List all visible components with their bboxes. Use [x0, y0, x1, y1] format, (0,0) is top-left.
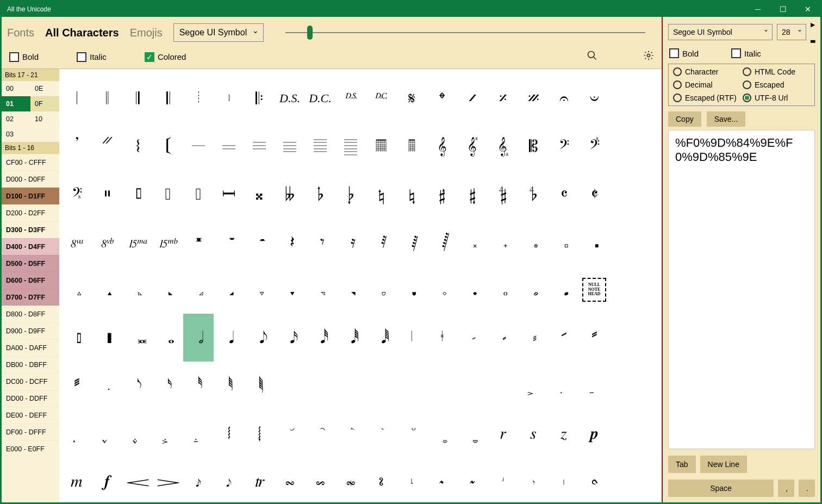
- range-item[interactable]: D600 - D6FF: [2, 272, 59, 289]
- space-insert-button[interactable]: Space: [668, 480, 774, 497]
- char-cell[interactable]: 𝆍: [518, 409, 549, 457]
- char-cell[interactable]: 𝅐: [305, 266, 335, 314]
- char-cell[interactable]: 𝆅: [275, 409, 305, 457]
- char-cell[interactable]: 𝅍: [214, 266, 244, 314]
- char-cell[interactable]: 𝄝: [396, 122, 427, 170]
- char-cell[interactable]: 𝄍: [457, 74, 488, 122]
- char-cell[interactable]: 𝄲: [488, 170, 518, 218]
- char-cell[interactable]: 𝅥: [396, 314, 427, 362]
- char-cell[interactable]: 𝄔: [122, 122, 153, 170]
- char-cell[interactable]: 𝅘𝅥𝅯: [275, 314, 305, 362]
- close-button[interactable]: ✕: [795, 2, 820, 17]
- range-item[interactable]: E000 - E0FF: [2, 440, 59, 457]
- char-cell[interactable]: 𝅾: [61, 409, 92, 457]
- char-cell[interactable]: 𝄟: [457, 122, 488, 170]
- char-cell[interactable]: 𝅛: [92, 314, 122, 362]
- char-cell[interactable]: 𝄽: [275, 218, 305, 266]
- char-cell[interactable]: 𝄖: [183, 122, 214, 170]
- char-cell[interactable]: 𝄉: [335, 74, 366, 122]
- char-cell[interactable]: 𝆏: [579, 409, 609, 457]
- char-cell[interactable]: 𝅋: [153, 266, 183, 314]
- char-cell[interactable]: 𝅿: [92, 409, 122, 457]
- char-cell[interactable]: 𝅇: [579, 218, 609, 266]
- char-cell[interactable]: 𝅜: [122, 314, 153, 362]
- char-cell[interactable]: 𝅰: [183, 362, 214, 409]
- char-cell[interactable]: 𝄃: [153, 74, 183, 122]
- range-item[interactable]: D500 - D5FF: [2, 255, 59, 272]
- char-cell[interactable]: 𝅄: [488, 218, 518, 266]
- char-cell[interactable]: 𝅬: [61, 362, 92, 409]
- char-cell[interactable]: 𝅶: [366, 362, 396, 409]
- char-cell[interactable]: 𝅘𝅥𝅰: [305, 314, 335, 362]
- char-cell[interactable]: 𝅘𝅥𝅲: [366, 314, 396, 362]
- char-cell[interactable]: 𝆌: [488, 409, 518, 457]
- char-cell[interactable]: 𝅒: [366, 266, 396, 314]
- char-cell[interactable]: 𝄆: [244, 74, 275, 122]
- char-cell[interactable]: 𝆐: [61, 457, 92, 502]
- char-cell[interactable]: 𝅓: [396, 266, 427, 314]
- char-cell[interactable]: 𝅅: [518, 218, 549, 266]
- radio-escaped-rtf[interactable]: Escaped (RTF): [673, 94, 740, 102]
- char-cell[interactable]: 𝅚: [61, 314, 92, 362]
- char-cell[interactable]: 𝄐: [549, 74, 579, 122]
- detail-italic-checkbox[interactable]: Italic: [731, 48, 761, 58]
- char-cell[interactable]: 𝆜: [427, 457, 457, 502]
- char-cell[interactable]: 𝄤: [61, 170, 92, 218]
- char-cell[interactable]: 𝆒: [122, 457, 153, 502]
- char-cell[interactable]: 𝄶: [61, 218, 92, 266]
- char-cell[interactable]: 𝄸: [122, 218, 153, 266]
- char-cell[interactable]: 𝅮: [122, 362, 153, 409]
- char-cell[interactable]: 𝄜: [366, 122, 396, 170]
- bits-row[interactable]: 010F: [2, 96, 59, 111]
- range-item[interactable]: D900 - D9FF: [2, 322, 59, 339]
- char-cell[interactable]: 𝅭: [92, 362, 122, 409]
- char-cell[interactable]: 𝅘𝅥: [214, 314, 244, 362]
- char-cell[interactable]: 𝄭: [335, 170, 366, 218]
- char-cell[interactable]: 𝅕: [457, 266, 488, 314]
- char-cell[interactable]: 𝆙: [335, 457, 366, 502]
- char-cell[interactable]: D.S.: [275, 74, 305, 122]
- detail-bold-checkbox[interactable]: Bold: [669, 48, 699, 58]
- char-cell[interactable]: 𝄿: [335, 218, 366, 266]
- char-cell[interactable]: 𝆄: [244, 409, 275, 457]
- zoom-slider[interactable]: [285, 32, 645, 33]
- char-cell[interactable]: 𝆞: [488, 457, 518, 502]
- char-cell[interactable]: 𝄣: [579, 122, 609, 170]
- char-cell[interactable]: 𝅑: [335, 266, 366, 314]
- char-cell[interactable]: 𝅏: [275, 266, 305, 314]
- char-cell[interactable]: 𝆎: [549, 409, 579, 457]
- bits-row[interactable]: 000E: [2, 81, 59, 96]
- char-cell[interactable]: 𝆈: [366, 409, 396, 457]
- char-cell[interactable]: 𝄩: [214, 170, 244, 218]
- char-cell[interactable]: 𝆑: [92, 457, 122, 502]
- char-cell[interactable]: 𝄮: [366, 170, 396, 218]
- char-cell[interactable]: 𝅊: [122, 266, 153, 314]
- char-cell[interactable]: 𝅎: [244, 266, 275, 314]
- char-cell[interactable]: 𝄁: [92, 74, 122, 122]
- output-textarea[interactable]: %F0%9D%84%9E%F0%9D%85%9E: [668, 130, 815, 449]
- colored-checkbox[interactable]: ✓ Colored: [145, 52, 186, 62]
- char-cell[interactable]: 𝄪: [244, 170, 275, 218]
- char-cell[interactable]: 𝅌: [183, 266, 214, 314]
- char-cell[interactable]: 𝅗: [518, 266, 549, 314]
- char-cell[interactable]: 𝆚: [366, 457, 396, 502]
- char-cell[interactable]: 𝅨: [488, 314, 518, 362]
- char-cell[interactable]: 𝅽: [579, 362, 609, 409]
- char-cell[interactable]: 𝆁: [153, 409, 183, 457]
- dot-insert-button[interactable]: .: [799, 480, 815, 497]
- radio-decimal[interactable]: Decimal: [673, 80, 740, 89]
- radio-escaped[interactable]: Escaped: [743, 80, 810, 89]
- minimize-button[interactable]: ─: [745, 2, 770, 17]
- char-cell[interactable]: 𝅈: [61, 266, 92, 314]
- char-cell[interactable]: 𝄒: [61, 122, 92, 170]
- char-cell[interactable]: 𝆔: [183, 457, 214, 502]
- char-cell[interactable]: 𝆠: [549, 457, 579, 502]
- char-cell[interactable]: 𝅀: [366, 218, 396, 266]
- bold-checkbox[interactable]: Bold: [9, 52, 39, 62]
- char-cell[interactable]: 𝅂: [427, 218, 457, 266]
- char-cell[interactable]: 𝄷: [92, 218, 122, 266]
- char-cell[interactable]: 𝆋: [457, 409, 488, 457]
- char-cell[interactable]: 𝅪: [549, 314, 579, 362]
- char-cell[interactable]: 𝆆: [305, 409, 335, 457]
- char-cell[interactable]: 𝄓: [92, 122, 122, 170]
